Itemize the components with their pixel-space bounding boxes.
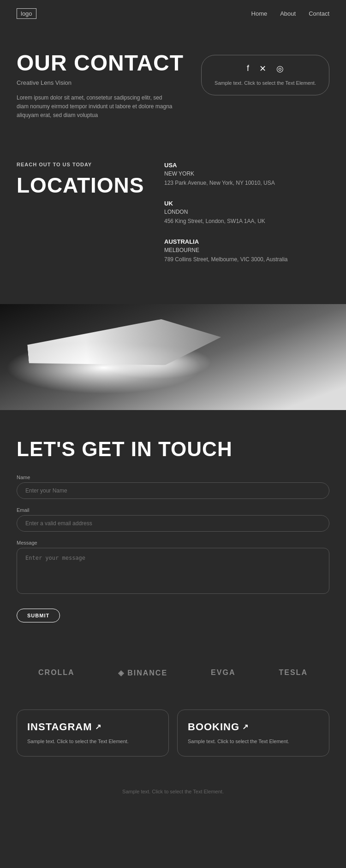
location-address-australia: 789 Collins Street, Melbourne, VIC 3000,… bbox=[164, 255, 329, 264]
form-section: LET'S GET IN TOUCH Name Email Message SU… bbox=[0, 410, 346, 645]
form-title: LET'S GET IN TOUCH bbox=[17, 438, 329, 461]
social-icons: f ✕ ◎ bbox=[215, 64, 316, 74]
reach-label: REACH OUT TO US TODAY bbox=[17, 162, 146, 167]
social-text: Sample text. Click to select the Text El… bbox=[215, 80, 316, 86]
facebook-icon[interactable]: f bbox=[247, 64, 249, 74]
location-city-australia: MELBOURNE bbox=[164, 247, 329, 253]
binance-icon: ◈ bbox=[118, 669, 127, 677]
card-instagram-text: Sample text. Click to select the Text El… bbox=[27, 738, 158, 745]
location-usa: USA NEW YORK 123 Park Avenue, New York, … bbox=[164, 162, 329, 187]
twitter-icon[interactable]: ✕ bbox=[259, 64, 266, 74]
name-label: Name bbox=[17, 475, 329, 480]
location-address-usa: 123 Park Avenue, New York, NY 10010, USA bbox=[164, 179, 329, 187]
cards-section: INSTAGRAM ↗ Sample text. Click to select… bbox=[0, 700, 346, 780]
instagram-icon[interactable]: ◎ bbox=[276, 64, 284, 74]
location-address-uk: 456 King Street, London, SW1A 1AA, UK bbox=[164, 217, 329, 225]
hero-section: OUR CONTACT Creative Lens Vision Lorem i… bbox=[0, 27, 346, 139]
email-input[interactable] bbox=[17, 515, 329, 532]
brand-evga: EVGA bbox=[211, 669, 235, 677]
message-input[interactable] bbox=[17, 548, 329, 594]
brand-crolla: CROLLA bbox=[38, 669, 75, 677]
locations-title: LOCATIONS bbox=[17, 173, 146, 198]
location-country-usa: USA bbox=[164, 162, 329, 169]
social-box: f ✕ ◎ Sample text. Click to select the T… bbox=[201, 55, 329, 95]
name-field-group: Name bbox=[17, 475, 329, 499]
brands-section: CROLLA ◈ BINANCE EVGA TESLA bbox=[0, 645, 346, 700]
message-label: Message bbox=[17, 540, 329, 545]
message-field-group: Message bbox=[17, 540, 329, 596]
card-booking[interactable]: BOOKING ↗ Sample text. Click to select t… bbox=[177, 710, 329, 757]
email-label: Email bbox=[17, 507, 329, 513]
card-instagram-arrow: ↗ bbox=[95, 722, 101, 731]
name-input[interactable] bbox=[17, 482, 329, 499]
knife-shape bbox=[26, 314, 223, 376]
card-instagram[interactable]: INSTAGRAM ↗ Sample text. Click to select… bbox=[17, 710, 169, 757]
logo: logo bbox=[17, 8, 36, 19]
footer: Sample text. Click to select the Text El… bbox=[0, 780, 346, 803]
nav-home[interactable]: Home bbox=[251, 10, 268, 17]
locations-section: REACH OUT TO US TODAY LOCATIONS USA NEW … bbox=[0, 139, 346, 304]
hero-description: Lorem ipsum dolor sit amet, consetetur s… bbox=[17, 94, 173, 120]
image-inner bbox=[0, 304, 346, 410]
navbar: logo Home About Contact bbox=[0, 0, 346, 27]
location-country-uk: UK bbox=[164, 200, 329, 207]
location-uk: UK LONDON 456 King Street, London, SW1A … bbox=[164, 200, 329, 225]
brand-tesla: TESLA bbox=[279, 669, 308, 677]
card-booking-title: BOOKING ↗ bbox=[188, 721, 319, 733]
submit-button[interactable]: SUBMIT bbox=[17, 609, 60, 622]
card-booking-text: Sample text. Click to select the Text El… bbox=[188, 738, 319, 745]
location-australia: AUSTRALIA MELBOURNE 789 Collins Street, … bbox=[164, 238, 329, 264]
footer-text: Sample text. Click to select the Text El… bbox=[17, 789, 329, 794]
locations-left: REACH OUT TO US TODAY LOCATIONS bbox=[17, 162, 146, 276]
email-field-group: Email bbox=[17, 507, 329, 532]
nav-contact[interactable]: Contact bbox=[309, 10, 329, 17]
locations-right: USA NEW YORK 123 Park Avenue, New York, … bbox=[164, 162, 329, 276]
nav-links: Home About Contact bbox=[251, 10, 329, 17]
location-city-usa: NEW YORK bbox=[164, 170, 329, 177]
hero-image bbox=[0, 304, 346, 410]
nav-about[interactable]: About bbox=[280, 10, 296, 17]
card-instagram-title: INSTAGRAM ↗ bbox=[27, 721, 158, 733]
card-booking-arrow: ↗ bbox=[242, 722, 249, 731]
location-country-australia: AUSTRALIA bbox=[164, 238, 329, 245]
brand-binance: ◈ BINANCE bbox=[118, 669, 167, 677]
location-city-uk: LONDON bbox=[164, 209, 329, 215]
